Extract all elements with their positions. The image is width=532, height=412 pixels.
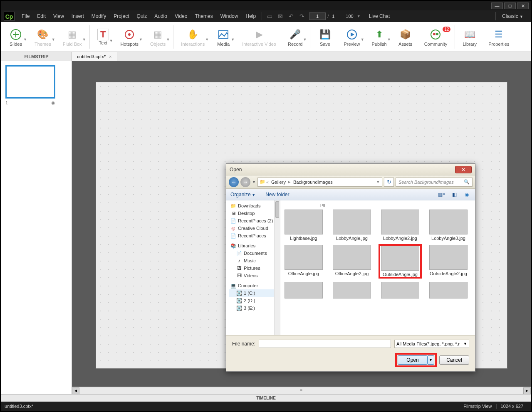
- tree-drive-c[interactable]: 💽1 (C:): [229, 289, 280, 297]
- ribbon-text[interactable]: TText▼: [92, 27, 115, 47]
- menu-view[interactable]: View: [49, 13, 68, 19]
- scroll-left-button[interactable]: ◄: [72, 387, 79, 394]
- file-item-officeangle[interactable]: OfficeAngle.jpg: [283, 245, 324, 278]
- dialog-titlebar[interactable]: Open ✕: [226, 164, 475, 175]
- tree-computer[interactable]: 💻Computer: [229, 282, 280, 289]
- file-name-input[interactable]: [259, 340, 391, 348]
- view-mode-button[interactable]: ▥ ▼: [438, 191, 446, 198]
- window-close-button[interactable]: ✕: [517, 2, 529, 9]
- ribbon-publish[interactable]: ⬆Publish▼: [366, 26, 393, 48]
- ribbon-assets[interactable]: 📦Assets: [393, 26, 418, 48]
- horizontal-scrollbar[interactable]: ◄ ≡ ►: [72, 387, 531, 394]
- workspace-classic-dropdown[interactable]: Classic ▼: [498, 12, 527, 20]
- file-item-outsideangle2[interactable]: OutsideAngle2.jpg: [428, 245, 469, 278]
- search-input[interactable]: Search BackgroundImages 🔍: [396, 178, 473, 187]
- tree-desktop[interactable]: 🖥Desktop: [229, 210, 280, 217]
- slide-eye-icon[interactable]: ◉: [51, 100, 55, 106]
- menu-themes[interactable]: Themes: [191, 13, 216, 19]
- file-item-lobbyangle[interactable]: LobbyAngle.jpg: [331, 210, 373, 241]
- scroll-right-button[interactable]: ►: [523, 387, 531, 394]
- nav-forward-button[interactable]: →: [240, 177, 250, 187]
- menu-edit[interactable]: Edit: [33, 13, 49, 19]
- menu-video[interactable]: Video: [171, 13, 191, 19]
- desktop-icon: 🖥: [230, 210, 236, 216]
- zoom-value[interactable]: 100: [342, 14, 356, 19]
- tree-recentplaces[interactable]: 📄RecentPlaces: [229, 232, 280, 239]
- tree-recentplaces-2[interactable]: 📄RecentPlaces (2): [229, 217, 280, 225]
- file-item-lobbyangle3[interactable]: LobbyAngle3.jpg: [428, 210, 469, 241]
- cancel-button[interactable]: Cancel: [439, 355, 469, 365]
- new-folder-button[interactable]: New folder: [265, 192, 289, 197]
- redo-icon[interactable]: ↷: [298, 12, 306, 20]
- window-minimize-button[interactable]: —: [491, 2, 503, 9]
- zoom-caret-icon[interactable]: ▼: [357, 14, 361, 18]
- tree-drive-e[interactable]: 💽3 (E:): [229, 304, 280, 312]
- dialog-close-button[interactable]: ✕: [455, 166, 472, 173]
- file-item-partial-3[interactable]: [379, 282, 421, 299]
- file-item-outsideangle[interactable]: OutsideAngle.jpg: [379, 245, 421, 278]
- window-maximize-button[interactable]: □: [504, 2, 516, 9]
- ribbon-record[interactable]: 🎤Record▼: [282, 26, 308, 48]
- chevron-down-icon[interactable]: ▾: [376, 179, 380, 185]
- ribbon-save[interactable]: 💾Save: [312, 26, 338, 48]
- open-button[interactable]: Open: [398, 355, 428, 365]
- ribbon-community[interactable]: Community12: [418, 26, 453, 48]
- menu-modify[interactable]: Modify: [88, 13, 110, 19]
- ribbon-library[interactable]: 📖Library: [457, 26, 483, 48]
- open-button-dropdown[interactable]: ▼: [428, 355, 434, 365]
- file-item-partial-4[interactable]: [428, 282, 469, 299]
- separator: [89, 25, 90, 49]
- refresh-button[interactable]: ↻: [384, 178, 394, 187]
- layout-icon[interactable]: ▭: [265, 12, 274, 20]
- page-current-input[interactable]: 1: [309, 12, 326, 20]
- preview-pane-button[interactable]: ◧: [450, 191, 458, 198]
- file-item-officeangle2[interactable]: OfficeAngle2.jpg: [331, 245, 373, 278]
- nav-back-button[interactable]: ←: [229, 177, 239, 187]
- tree-creative-cloud[interactable]: ◎Creative Cloud: [229, 225, 280, 232]
- file-item-lobbyangle2[interactable]: LobbyAngle2.jpg: [379, 210, 421, 241]
- breadcrumb-bar[interactable]: 📁 « Gallery ▸ BackgroundImages ▾: [257, 178, 382, 187]
- ribbon-media[interactable]: Media▼: [210, 26, 236, 48]
- help-button[interactable]: ◉: [463, 191, 471, 198]
- scroll-track[interactable]: ≡: [79, 387, 523, 394]
- nav-history-caret-icon[interactable]: ▼: [252, 180, 256, 184]
- close-tab-icon[interactable]: ×: [109, 52, 111, 61]
- timeline-header[interactable]: TIMELINE: [1, 394, 531, 402]
- menu-window[interactable]: Window: [217, 13, 242, 19]
- tree-videos[interactable]: 🎞Videos: [229, 272, 280, 279]
- menu-quiz[interactable]: Quiz: [133, 13, 151, 19]
- live-chat-link[interactable]: Live Chat: [365, 13, 394, 19]
- slide-thumbnail[interactable]: [5, 65, 55, 99]
- video-icon: ▶: [252, 27, 266, 42]
- tree-documents[interactable]: 📄Documents: [229, 249, 280, 257]
- crumb-backgroundimages[interactable]: BackgroundImages: [292, 180, 334, 185]
- file-list[interactable]: pg Lightbase.jpg LobbyAngle.jpg LobbyAng…: [280, 200, 475, 335]
- crumb-gallery[interactable]: Gallery: [270, 180, 287, 185]
- menu-project[interactable]: Project: [110, 13, 133, 19]
- tree-scrollbar[interactable]: [274, 200, 280, 335]
- menu-audio[interactable]: Audio: [151, 13, 171, 19]
- tree-pictures[interactable]: 🖼Pictures: [229, 264, 280, 272]
- scrollbar-thumb[interactable]: [275, 201, 279, 218]
- tree-music[interactable]: ♪Music: [229, 257, 280, 264]
- undo-icon[interactable]: ↶: [287, 12, 295, 20]
- folder-tree[interactable]: 📁Downloads 🖥Desktop 📄RecentPlaces (2) ◎C…: [226, 200, 280, 335]
- separator: [363, 12, 363, 20]
- organize-dropdown[interactable]: Organize: [230, 192, 255, 197]
- ribbon-slides[interactable]: Slides▼: [3, 26, 29, 48]
- menu-insert[interactable]: Insert: [68, 13, 88, 19]
- tree-drive-d[interactable]: 💽2 (D:): [229, 297, 280, 304]
- menu-file[interactable]: File: [18, 13, 33, 19]
- menu-help[interactable]: Help: [242, 13, 260, 19]
- mail-icon[interactable]: ✉: [276, 12, 285, 20]
- ribbon-properties[interactable]: ☰Properties: [483, 26, 515, 48]
- file-item-partial-1[interactable]: [283, 282, 324, 299]
- document-tab[interactable]: untitled3.cptx* ×: [72, 52, 117, 61]
- ribbon-hotspots[interactable]: Hotspots▼: [115, 26, 144, 48]
- ribbon-preview[interactable]: Preview▼: [338, 26, 366, 48]
- file-item-partial-2[interactable]: [331, 282, 373, 299]
- file-type-filter[interactable]: All Media Files(*.jpeg, *.png, *.r▼: [394, 340, 469, 348]
- file-item-lightbase[interactable]: Lightbase.jpg: [283, 210, 324, 241]
- tree-libraries[interactable]: 📚Libraries: [229, 242, 280, 249]
- tree-downloads[interactable]: 📁Downloads: [229, 202, 280, 210]
